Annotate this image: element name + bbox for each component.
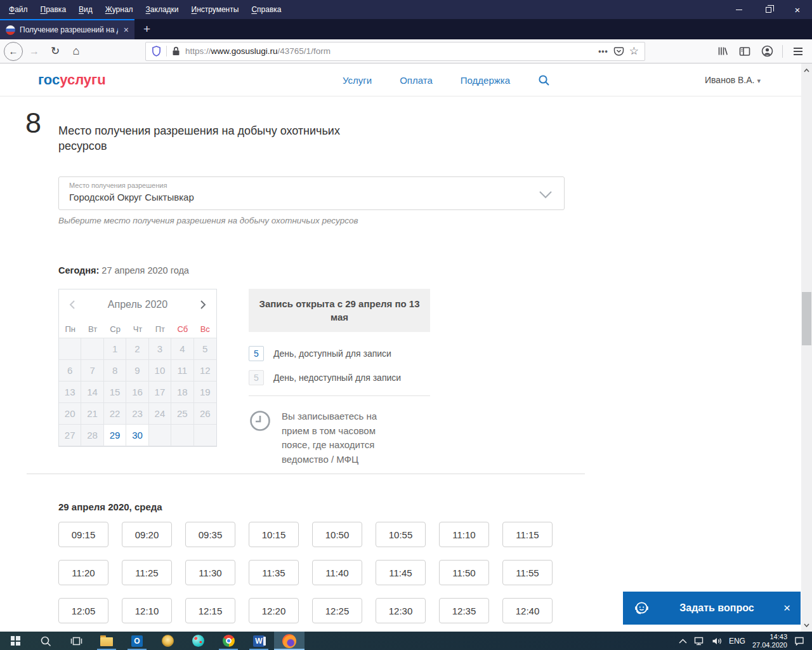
calendar-empty-cell <box>171 425 193 446</box>
calendar-day-26: 26 <box>194 403 216 425</box>
nav-link-Оплата[interactable]: Оплата <box>400 75 433 86</box>
nav-link-Поддержка[interactable]: Поддержка <box>461 75 510 86</box>
tab-close-icon[interactable]: × <box>122 25 129 35</box>
lock-icon[interactable] <box>172 46 180 56</box>
select-value: Городской Округ Сыктывкар <box>69 192 554 202</box>
chrome-button[interactable] <box>213 632 244 650</box>
language-indicator[interactable]: ENG <box>729 637 745 646</box>
network-icon[interactable] <box>694 637 705 646</box>
time-slot-09:15[interactable]: 09:15 <box>58 522 108 547</box>
sidebar-icon[interactable] <box>735 42 755 61</box>
calendar-day-4: 4 <box>171 338 193 360</box>
time-slot-11:30[interactable]: 11:30 <box>185 560 235 585</box>
chat-close-icon[interactable]: × <box>783 601 790 615</box>
menu-item-Справка[interactable]: Справка <box>245 0 287 19</box>
chat-widget[interactable]: Задать вопрос × <box>623 592 801 625</box>
word-button[interactable]: W <box>244 632 274 650</box>
reload-button[interactable]: ↻ <box>46 42 65 61</box>
time-slot-10:15[interactable]: 10:15 <box>249 522 299 547</box>
page-actions-icon[interactable]: ••• <box>598 47 608 56</box>
menu-item-Файл[interactable]: Файл <box>3 0 34 19</box>
speaker-icon[interactable] <box>712 637 722 646</box>
search-icon[interactable] <box>538 74 550 86</box>
close-window-button[interactable]: × <box>783 0 812 19</box>
time-slot-12:05[interactable]: 12:05 <box>58 598 108 623</box>
hamburger-menu-icon[interactable] <box>788 42 808 61</box>
action-center-icon[interactable] <box>794 637 804 646</box>
menu-item-Журнал[interactable]: Журнал <box>99 0 140 19</box>
time-slot-12:40[interactable]: 12:40 <box>502 598 553 623</box>
file-explorer-button[interactable] <box>91 632 122 650</box>
scrollbar-thumb[interactable] <box>802 292 811 345</box>
permit-place-select[interactable]: Место получения разрешения Городской Окр… <box>58 176 565 210</box>
scroll-up-arrow[interactable] <box>801 65 812 76</box>
library-icon[interactable] <box>712 42 733 61</box>
outlook-button[interactable]: O <box>122 632 152 650</box>
start-button[interactable] <box>0 632 30 650</box>
time-slot-11:25[interactable]: 11:25 <box>122 560 172 585</box>
menu-item-Инструменты[interactable]: Инструменты <box>185 0 246 19</box>
calendar-day-28: 28 <box>81 425 103 446</box>
time-slot-11:40[interactable]: 11:40 <box>312 560 362 585</box>
calendar-day-30[interactable]: 30 <box>126 425 148 446</box>
legend-unavailable-sample: 5 <box>249 370 264 385</box>
calendar-day-3: 3 <box>149 338 171 360</box>
task-view-button[interactable] <box>61 632 91 650</box>
time-slot-12:35[interactable]: 12:35 <box>439 598 489 623</box>
account-icon[interactable] <box>757 42 777 61</box>
time-slot-11:45[interactable]: 11:45 <box>376 560 426 585</box>
time-slot-10:55[interactable]: 10:55 <box>376 522 426 547</box>
restore-button[interactable] <box>754 0 783 19</box>
time-slot-11:15[interactable]: 11:15 <box>502 522 553 547</box>
prev-month-icon[interactable] <box>69 300 75 310</box>
menu-item-Закладки[interactable]: Закладки <box>140 0 185 19</box>
time-slot-10:50[interactable]: 10:50 <box>312 522 362 547</box>
menu-item-Правка[interactable]: Правка <box>34 0 73 19</box>
time-slot-11:50[interactable]: 11:50 <box>439 560 489 585</box>
compass-app-button[interactable] <box>152 632 183 650</box>
time-slot-11:20[interactable]: 11:20 <box>58 560 108 585</box>
support-headset-icon <box>633 600 650 617</box>
weekday-Пт: Пт <box>149 324 171 334</box>
time-slot-11:55[interactable]: 11:55 <box>502 560 553 585</box>
firefox-button[interactable] <box>274 632 304 650</box>
pocket-icon[interactable] <box>613 46 624 56</box>
time-slot-12:20[interactable]: 12:20 <box>249 598 299 623</box>
url-bar[interactable]: https://www.gosuslugi.ru/43765/1/form ••… <box>145 42 645 61</box>
menu-item-Вид[interactable]: Вид <box>72 0 99 19</box>
time-slot-12:15[interactable]: 12:15 <box>185 598 235 623</box>
tray-chevron-up-icon[interactable] <box>679 639 687 644</box>
time-slot-09:20[interactable]: 09:20 <box>122 522 172 547</box>
taskbar-search-button[interactable] <box>30 632 61 650</box>
bookmark-star-icon[interactable]: ☆ <box>629 44 639 58</box>
globe-app-button[interactable] <box>183 632 213 650</box>
chevron-down-icon[interactable] <box>539 190 553 199</box>
time-slot-11:10[interactable]: 11:10 <box>439 522 489 547</box>
back-button[interactable]: ← <box>4 42 23 61</box>
calendar-day-20: 20 <box>59 403 81 425</box>
next-month-icon[interactable] <box>200 300 207 310</box>
tray-clock[interactable]: 14:43 27.04.2020 <box>752 633 787 649</box>
home-button[interactable]: ⌂ <box>67 42 86 61</box>
site-nav-links: УслугиОплатаПоддержка <box>343 75 510 86</box>
nav-link-Услуги[interactable]: Услуги <box>343 75 372 86</box>
browser-tab[interactable]: Получение разрешений на до × <box>0 19 134 39</box>
time-slot-11:35[interactable]: 11:35 <box>249 560 299 585</box>
time-slot-12:30[interactable]: 12:30 <box>376 598 426 623</box>
url-text[interactable]: https://www.gosuslugi.ru/43765/1/form <box>185 46 593 56</box>
browser-menu-bar: ФайлПравкаВидЖурналЗакладкиИнструментыСп… <box>0 0 812 19</box>
menu-items: ФайлПравкаВидЖурналЗакладкиИнструментыСп… <box>0 0 287 19</box>
new-tab-button[interactable]: + <box>134 19 159 39</box>
shield-icon[interactable] <box>152 46 161 56</box>
calendar-month-label: Апрель 2020 <box>108 299 167 310</box>
scroll-down-arrow[interactable] <box>801 620 812 630</box>
user-menu[interactable]: Иванов В.А.▾ <box>705 75 761 85</box>
time-slot-09:35[interactable]: 09:35 <box>185 522 235 547</box>
time-slot-12:10[interactable]: 12:10 <box>122 598 172 623</box>
page-scrollbar[interactable] <box>801 63 812 632</box>
minimize-button[interactable] <box>724 0 754 19</box>
time-slot-12:25[interactable]: 12:25 <box>312 598 362 623</box>
calendar-day-29[interactable]: 29 <box>104 425 126 446</box>
forward-button[interactable]: → <box>25 42 44 61</box>
gosuslugi-logo[interactable]: госуслугu <box>38 72 106 88</box>
